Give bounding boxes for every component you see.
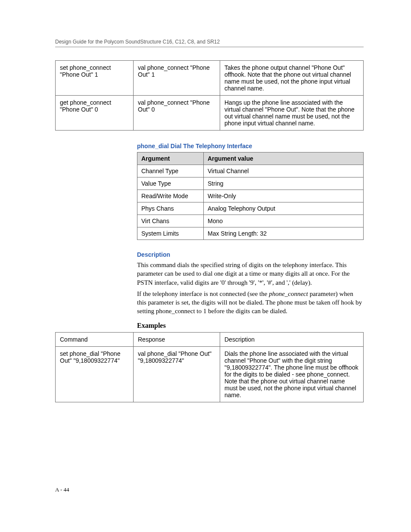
table-header-row: Argument Argument value — [137, 152, 364, 165]
examples-head-description: Description — [220, 332, 364, 346]
cell-command: set phone_connect "Phone Out" 1 — [56, 61, 134, 96]
running-header: Design Guide for the Polycom SoundStruct… — [55, 39, 364, 45]
table-row: Read/Write ModeWrite-Only — [137, 190, 364, 202]
text-span: If the telephony interface is not connec… — [137, 290, 269, 297]
table-row: Phys ChansAnalog Telephony Output — [137, 202, 364, 215]
header-rule — [55, 47, 364, 47]
arg-key: System Limits — [137, 227, 204, 240]
examples-table: Command Response Description set phone_d… — [55, 332, 364, 402]
cell-description: Hangs up the phone line associated with … — [220, 96, 364, 131]
description-heading: Description — [137, 251, 364, 258]
examples-head-command: Command — [56, 332, 134, 346]
args-head-value: Argument value — [204, 152, 364, 165]
arg-key: Virt Chans — [137, 215, 204, 227]
examples-heading: Examples — [137, 322, 364, 330]
table-row: set phone_connect "Phone Out" 1 val phon… — [56, 61, 364, 96]
cell-response: val phone_connect "Phone Out" 0 — [134, 96, 220, 131]
arg-val: Virtual Channel — [204, 165, 364, 177]
page: Design Guide for the Polycom SoundStruct… — [0, 0, 411, 532]
arg-key: Read/Write Mode — [137, 190, 204, 202]
arg-val: Mono — [204, 215, 364, 227]
table-row: System LimitsMax String Length: 32 — [137, 227, 364, 240]
cell-description: Dials the phone line associated with the… — [220, 346, 364, 402]
arguments-table: Argument Argument value Channel TypeVirt… — [137, 152, 364, 240]
indented-section: phone_dial Dial The Telephony Interface … — [137, 143, 364, 330]
arg-val: Write-Only — [204, 190, 364, 202]
table-row: set phone_dial "Phone Out" "9,1800932277… — [56, 346, 364, 402]
cell-description: Takes the phone output channel "Phone Ou… — [220, 61, 364, 96]
description-paragraph-2: If the telephony interface is not connec… — [137, 289, 364, 316]
table-row: get phone_connect "Phone Out" 0 val phon… — [56, 96, 364, 131]
page-number: A - 44 — [55, 486, 69, 493]
phone-connect-table: set phone_connect "Phone Out" 1 val phon… — [55, 60, 364, 131]
arg-val: Max String Length: 32 — [204, 227, 364, 240]
cell-response: val phone_dial "Phone Out" "9,1800932277… — [134, 346, 220, 402]
cell-response: val phone_connect "Phone Out" 1 — [134, 61, 220, 96]
examples-head-response: Response — [134, 332, 220, 346]
arg-val: String — [204, 177, 364, 190]
description-paragraph-1: This command dials the specified string … — [137, 261, 364, 287]
arg-val: Analog Telephony Output — [204, 202, 364, 215]
arg-key: Phys Chans — [137, 202, 204, 215]
table-row: Value TypeString — [137, 177, 364, 190]
arg-key: Value Type — [137, 177, 204, 190]
arg-key: Channel Type — [137, 165, 204, 177]
table-row: Virt ChansMono — [137, 215, 364, 227]
cell-command: get phone_connect "Phone Out" 0 — [56, 96, 134, 131]
phone-connect-emphasis: phone_connect — [269, 290, 308, 297]
table-row: Channel TypeVirtual Channel — [137, 165, 364, 177]
args-head-argument: Argument — [137, 152, 204, 165]
cell-command: set phone_dial "Phone Out" "9,1800932277… — [56, 346, 134, 402]
section-title: phone_dial Dial The Telephony Interface — [137, 143, 364, 149]
table-header-row: Command Response Description — [56, 332, 364, 346]
